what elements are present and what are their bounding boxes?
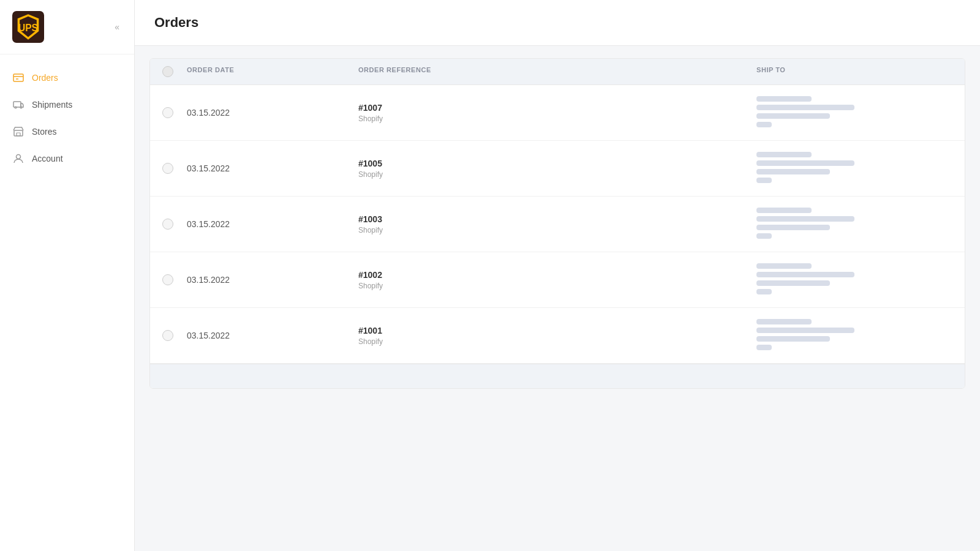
row-1007-date: 03.15.2022 bbox=[187, 108, 358, 118]
ship-to-col-header: SHIP TO bbox=[756, 66, 952, 77]
sidebar-item-account-label: Account bbox=[32, 154, 63, 163]
ship-to-line bbox=[756, 263, 812, 269]
row-1005-reference: #1005 Shopify bbox=[358, 159, 756, 179]
row-1005-date: 03.15.2022 bbox=[187, 163, 358, 173]
row-1001-reference: #1001 Shopify bbox=[358, 326, 756, 346]
ship-to-line bbox=[756, 319, 812, 324]
sidebar-item-orders-label: Orders bbox=[32, 73, 58, 83]
row-1003-date: 03.15.2022 bbox=[187, 219, 358, 229]
checkbox-col-header bbox=[162, 66, 187, 77]
table-row: 03.15.2022 #1002 Shopify bbox=[150, 252, 965, 308]
row-1007-ref-number: #1007 bbox=[358, 103, 756, 113]
ship-to-line bbox=[756, 216, 854, 222]
svg-rect-4 bbox=[13, 74, 23, 81]
page-header: Orders bbox=[135, 0, 980, 46]
row-1001-ref-source: Shopify bbox=[358, 337, 756, 346]
row-1002-ref-number: #1002 bbox=[358, 270, 756, 280]
row-1005-ref-number: #1005 bbox=[358, 159, 756, 168]
row-checkbox-cell bbox=[162, 107, 187, 118]
account-icon bbox=[12, 152, 24, 165]
svg-point-12 bbox=[17, 155, 21, 159]
row-1002-date: 03.15.2022 bbox=[187, 275, 358, 285]
orders-icon bbox=[12, 72, 24, 84]
ship-to-line bbox=[756, 280, 830, 286]
sidebar-item-orders[interactable]: Orders bbox=[0, 64, 134, 91]
row-1007-checkbox[interactable] bbox=[162, 107, 173, 118]
row-1005-checkbox[interactable] bbox=[162, 163, 173, 174]
row-1002-checkbox[interactable] bbox=[162, 274, 173, 285]
ship-to-line bbox=[756, 289, 772, 294]
sidebar-logo-area: UPS « bbox=[0, 0, 134, 54]
ship-to-line bbox=[756, 122, 772, 127]
row-1002-reference: #1002 Shopify bbox=[358, 270, 756, 290]
ship-to-line bbox=[756, 160, 854, 166]
table-header: ORDER DATE ORDER REFERENCE SHIP TO bbox=[150, 59, 965, 85]
ship-to-line bbox=[756, 233, 772, 239]
row-1001-ship-to bbox=[756, 319, 952, 352]
sidebar-item-account[interactable]: Account bbox=[0, 145, 134, 172]
ship-to-line bbox=[756, 178, 772, 183]
ups-logo-icon: UPS bbox=[12, 11, 44, 43]
sidebar-nav: Orders Shipments bbox=[0, 54, 134, 182]
order-reference-col-header: ORDER REFERENCE bbox=[358, 66, 756, 77]
ship-to-line bbox=[756, 169, 830, 174]
ship-to-line bbox=[756, 336, 830, 342]
ship-to-line bbox=[756, 328, 854, 333]
row-1001-date: 03.15.2022 bbox=[187, 331, 358, 340]
row-checkbox-cell bbox=[162, 163, 187, 174]
row-1003-ship-to bbox=[756, 208, 952, 241]
row-1005-ref-source: Shopify bbox=[358, 170, 756, 179]
row-1001-ref-number: #1001 bbox=[358, 326, 756, 335]
shipments-icon bbox=[12, 99, 24, 111]
row-1005-ship-to bbox=[756, 152, 952, 185]
ship-to-line bbox=[756, 208, 812, 213]
ship-to-line bbox=[756, 225, 830, 230]
svg-text:UPS: UPS bbox=[18, 23, 38, 33]
row-1003-reference: #1003 Shopify bbox=[358, 214, 756, 234]
svg-rect-7 bbox=[13, 102, 21, 107]
row-1003-ref-source: Shopify bbox=[358, 226, 756, 234]
row-1003-ref-number: #1003 bbox=[358, 214, 756, 224]
row-1002-ship-to bbox=[756, 263, 952, 296]
sidebar-item-shipments[interactable]: Shipments bbox=[0, 91, 134, 118]
table-row: 03.15.2022 #1007 Shopify bbox=[150, 85, 965, 141]
row-1001-checkbox[interactable] bbox=[162, 330, 173, 341]
select-all-checkbox[interactable] bbox=[162, 66, 173, 77]
table-row: 03.15.2022 #1003 Shopify bbox=[150, 197, 965, 252]
sidebar-collapse-button[interactable]: « bbox=[112, 20, 122, 34]
table-footer bbox=[150, 364, 965, 388]
row-1003-checkbox[interactable] bbox=[162, 219, 173, 230]
sidebar-item-shipments-label: Shipments bbox=[32, 100, 72, 110]
row-1007-reference: #1007 Shopify bbox=[358, 103, 756, 123]
row-checkbox-cell bbox=[162, 330, 187, 341]
sidebar: UPS « Orders bbox=[0, 0, 135, 551]
table-row: 03.15.2022 #1005 Shopify bbox=[150, 141, 965, 197]
ship-to-line bbox=[756, 272, 854, 277]
sidebar-item-stores-label: Stores bbox=[32, 127, 56, 137]
row-checkbox-cell bbox=[162, 274, 187, 285]
order-date-col-header: ORDER DATE bbox=[187, 66, 358, 77]
sidebar-item-stores[interactable]: Stores bbox=[0, 118, 134, 145]
row-1007-ship-to bbox=[756, 96, 952, 129]
ship-to-line bbox=[756, 96, 812, 102]
ship-to-line bbox=[756, 152, 812, 157]
table-row: 03.15.2022 #1001 Shopify bbox=[150, 308, 965, 364]
row-1002-ref-source: Shopify bbox=[358, 282, 756, 290]
main-content: Orders ORDER DATE ORDER REFERENCE SHIP T… bbox=[135, 0, 980, 551]
row-checkbox-cell bbox=[162, 219, 187, 230]
ship-to-line bbox=[756, 113, 830, 119]
ship-to-line bbox=[756, 105, 854, 110]
stores-icon bbox=[12, 126, 24, 138]
orders-table: ORDER DATE ORDER REFERENCE SHIP TO 03.15… bbox=[149, 58, 965, 389]
page-title: Orders bbox=[154, 15, 960, 31]
ship-to-line bbox=[756, 345, 772, 350]
row-1007-ref-source: Shopify bbox=[358, 114, 756, 123]
